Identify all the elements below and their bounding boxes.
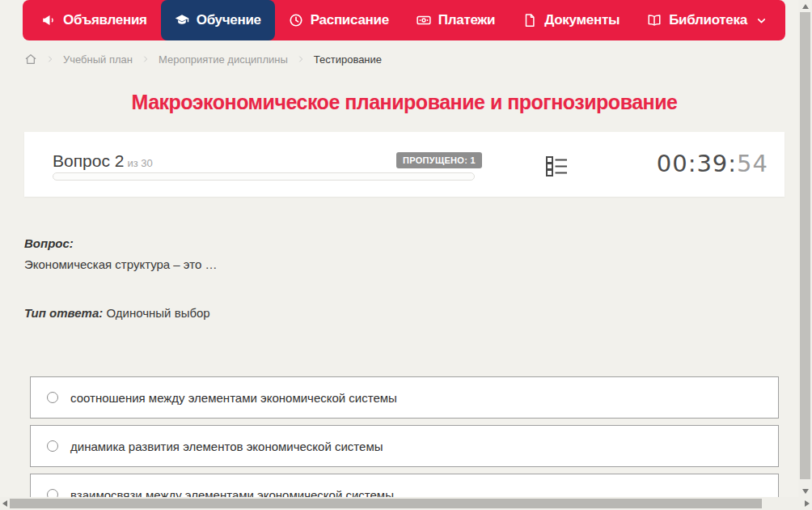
scroll-left-arrow-icon[interactable] [2, 500, 7, 507]
radio-button[interactable] [47, 392, 58, 403]
nav-item-announcements[interactable]: Объявления [27, 0, 161, 40]
chevron-right-icon [297, 55, 305, 63]
breadcrumb-discipline-event[interactable]: Мероприятие дисциплины [159, 53, 288, 66]
nav-item-label: Библиотека [669, 12, 747, 28]
answer-option-2[interactable]: динамика развития элементов экономическо… [30, 425, 779, 467]
vertical-scrollbar-thumb[interactable] [800, 12, 810, 479]
question-counter-label: Вопрос 2 [53, 151, 124, 170]
quiz-header-card: Вопрос 2из 30 ПРОПУЩЕНО: 1 00:39:54 [24, 132, 785, 197]
horizontal-scrollbar[interactable] [0, 497, 812, 510]
quiz-progress-bar [53, 172, 475, 181]
question-counter-total: из 30 [127, 157, 152, 169]
answer-option-label: соотношения между элементами экономическ… [70, 391, 397, 405]
nav-item-payments[interactable]: Платежи [403, 0, 509, 40]
nav-item-label: Документы [544, 12, 620, 28]
radio-button[interactable] [47, 440, 58, 452]
timer-seconds: 54 [737, 150, 768, 177]
timer-minutes: 00:39: [657, 150, 737, 177]
breadcrumb-study-plan[interactable]: Учебный план [63, 53, 133, 66]
answer-option-1[interactable]: соотношения между элементами экономическ… [30, 376, 779, 419]
scroll-down-arrow-icon[interactable] [802, 489, 809, 494]
scroll-up-arrow-icon[interactable] [802, 4, 809, 9]
clock-icon [289, 13, 303, 28]
book-icon [647, 13, 662, 28]
nav-item-learning[interactable]: Обучение [161, 0, 275, 40]
nav-item-label: Расписание [311, 12, 389, 28]
megaphone-icon [41, 13, 56, 28]
answer-type-label: Тип ответа: [24, 306, 103, 320]
answer-type-value: Одиночный выбор [106, 306, 209, 320]
nav-item-label: Платежи [438, 12, 495, 28]
nav-item-label: Обучение [197, 12, 261, 28]
nav-item-library[interactable]: Библиотека [633, 0, 780, 40]
horizontal-scrollbar-thumb[interactable] [10, 499, 762, 508]
breadcrumb: Учебный план Мероприятие дисциплины Тест… [24, 50, 382, 68]
answer-option-label: динамика развития элементов экономическо… [70, 440, 383, 453]
cash-icon [417, 13, 431, 28]
question-prompt-text: Экономическая структура – это … [24, 257, 217, 271]
chevron-down-icon [755, 15, 767, 26]
scroll-right-arrow-icon[interactable] [805, 500, 810, 507]
page-title: Макроэкономическое планирование и прогно… [24, 91, 785, 114]
nav-item-schedule[interactable]: Расписание [275, 0, 403, 40]
question-prompt-label: Вопрос: [24, 236, 74, 250]
answer-options: соотношения между элементами экономическ… [30, 376, 779, 510]
nav-item-label: Объявления [63, 12, 147, 28]
question-counter: Вопрос 2из 30 [53, 151, 153, 171]
home-icon[interactable] [24, 53, 37, 66]
quiz-timer: 00:39:54 [657, 150, 768, 177]
graduation-cap-icon [175, 13, 189, 28]
skipped-badge: ПРОПУЩЕНО: 1 [396, 152, 482, 168]
chevron-right-icon [142, 55, 150, 63]
answer-type-row: Тип ответа: Одиночный выбор [24, 306, 210, 320]
nav-item-documents[interactable]: Документы [509, 0, 633, 40]
breadcrumb-testing: Тестирование [314, 53, 382, 66]
chevron-right-icon [46, 55, 54, 63]
vertical-scrollbar[interactable] [798, 0, 812, 497]
question-list-icon[interactable] [545, 155, 569, 178]
top-navbar: Объявления Обучение Расписание Платежи Д… [23, 0, 785, 40]
document-icon [522, 13, 537, 28]
